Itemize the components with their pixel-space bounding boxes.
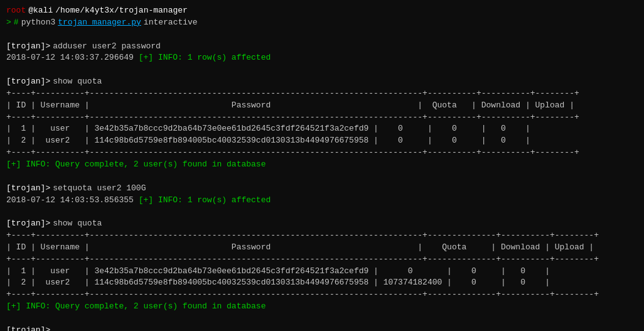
prompt-symbol: > (6, 17, 11, 29)
hash-sign: # (14, 17, 19, 29)
cmd1: adduser user2 password (53, 41, 161, 53)
table2: +----+----------+-----------------------… (6, 230, 638, 301)
cmd2: show quota (53, 76, 102, 88)
cmd3: setquota user2 100G (53, 183, 146, 195)
block1-timestamp: 2018-07-12 14:03:37.296649 (6, 53, 139, 62)
terminal-window: root@kali /home/k4yt3x/trojan-manager > … (6, 5, 638, 331)
block1-prompt[interactable]: [trojan]> adduser user2 password (6, 41, 638, 53)
final-trojan-prompt: [trojan]> (6, 325, 50, 331)
block4-query-info: [+] INFO: Query complete, 2 user(s) foun… (6, 301, 638, 313)
script-args: interactive (144, 17, 198, 29)
path: /home/k4yt3x/trojan-manager (55, 5, 188, 17)
table1: +----+----------+-----------------------… (6, 88, 638, 159)
trojan-prompt2: [trojan]> (6, 76, 50, 88)
command-line: > # python3 trojan_manager.py interactiv… (6, 17, 638, 29)
block3-info: [+] INFO: 1 row(s) affected (139, 195, 271, 205)
trojan-prompt4: [trojan]> (6, 218, 50, 230)
python3-cmd: python3 (21, 17, 56, 29)
block4-prompt[interactable]: [trojan]> show quota (6, 218, 638, 230)
at-sign: @kali (28, 5, 53, 17)
block3-timestamp: 2018-07-12 14:03:53.856355 (6, 195, 139, 205)
header-prompt-line: root@kali /home/k4yt3x/trojan-manager (6, 5, 638, 17)
block3-output: 2018-07-12 14:03:53.856355 [+] INFO: 1 r… (6, 195, 638, 207)
script-name: trojan_manager.py (58, 17, 141, 29)
root-user: root (6, 5, 26, 17)
cmd4: show quota (53, 218, 102, 230)
block2-prompt[interactable]: [trojan]> show quota (6, 76, 638, 88)
block2-query-info: [+] INFO: Query complete, 2 user(s) foun… (6, 159, 638, 171)
trojan-prompt1: [trojan]> (6, 41, 50, 53)
block1-info: [+] INFO: 1 row(s) affected (139, 53, 271, 62)
trojan-prompt3: [trojan]> (6, 183, 50, 195)
block3-prompt[interactable]: [trojan]> setquota user2 100G (6, 183, 638, 195)
block1-output: 2018-07-12 14:03:37.296649 [+] INFO: 1 r… (6, 52, 638, 64)
final-prompt-line[interactable]: [trojan]> (6, 325, 638, 331)
